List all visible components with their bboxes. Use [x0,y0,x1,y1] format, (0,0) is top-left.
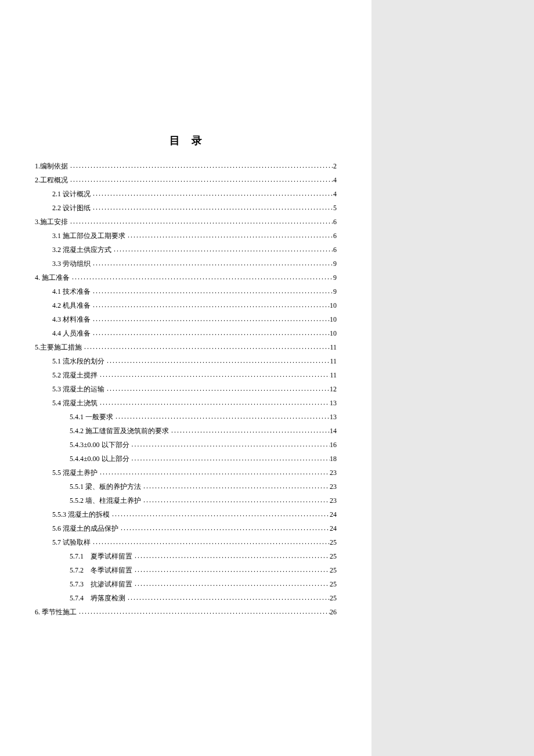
toc-entry-page: 11 [330,340,337,354]
toc-leader-dots [125,228,333,242]
toc-entry-page: 26 [330,605,337,619]
toc-entry-page: 23 [330,494,337,507]
toc-entry-page: 11 [330,368,337,382]
toc-leader-dots [113,409,330,423]
toc-entry-page: 25 [330,549,337,563]
toc-entry: 4. 施工准备 9 [35,271,337,285]
toc-entry-page: 25 [330,577,337,591]
toc-entry-page: 23 [330,480,337,494]
toc-leader-dots [104,354,330,368]
toc-entry-page: 25 [330,563,337,577]
toc-leader-dots [169,423,330,437]
toc-leader-dots [91,186,333,200]
toc-entry: 5.6 混凝土的成品保护 24 [35,521,337,535]
document-page: 目录 1.编制依据 22.工程概况 42.1 设计概况 42.2 设计图纸 53… [0,0,371,756]
toc-leader-dots [98,368,330,381]
toc-entry: 4.2 机具准备 10 [35,298,337,312]
toc-entry: 1.编制依据 2 [35,159,337,173]
toc-leader-dots [91,284,333,298]
toc-entry: 5.5.3 混凝土的拆模 24 [35,507,337,521]
toc-leader-dots [141,479,330,493]
toc-leader-dots [132,563,330,577]
toc-leader-dots [91,312,330,326]
toc-entry-page: 6 [333,229,337,243]
toc-entry-label: 5.4.1 一般要求 [70,410,113,424]
toc-entry-label: 5.6 混凝土的成品保护 [52,521,118,535]
toc-entry: 5.4.4±0.00 以上部分18 [35,452,337,466]
toc-entry-label: 6. 季节性施工 [35,605,77,619]
toc-entry-label: 4.3 材料准备 [52,312,91,326]
toc-entry-label: 5.7 试验取样 [52,535,91,549]
toc-entry-page: 25 [330,591,337,605]
toc-leader-dots [129,451,330,465]
toc-entry-label: 5.4.3±0.00 以下部分 [70,438,129,452]
toc-entry-label: 3.2 混凝土供应方式 [52,243,111,257]
toc-entry-label: 5.4.4±0.00 以上部分 [70,452,129,466]
toc-entry-page: 6 [333,243,337,257]
toc-leader-dots [132,577,330,591]
toc-entry-page: 24 [330,507,337,521]
toc-entry: 5.4.3±0.00 以下部分16 [35,438,337,452]
toc-entry: 5.7.2 冬季试样留置 25 [35,563,337,577]
toc-entry: 5.3 混凝土的运输 12 [35,382,337,396]
toc-leader-dots [132,549,330,563]
toc-entry-label: 5.4.2 施工缝留置及浇筑前的要求 [70,424,169,438]
toc-leader-dots [77,604,330,618]
toc-entry-label: 5.5.1 梁、板的养护方法 [70,480,141,494]
toc-title: 目录 [35,134,337,147]
toc-entry: 2.工程概况 4 [35,173,337,187]
toc-entry-label: 4.4 人员准备 [52,326,91,340]
toc-entry: 3.施工安排 6 [35,215,337,229]
toc-leader-dots [82,340,330,354]
toc-entry-label: 3.3 劳动组织 [52,257,91,271]
toc-leader-dots [68,172,333,186]
toc-leader-dots [68,159,333,172]
toc-entry-label: 2.工程概况 [35,173,68,187]
toc-entry-label: 5.5.2 墙、柱混凝土养护 [70,494,141,507]
toc-entry-label: 2.1 设计概况 [52,187,91,201]
toc-leader-dots [125,591,330,604]
toc-entry-page: 25 [330,535,337,549]
toc-entry-label: 4. 施工准备 [35,271,70,285]
toc-container: 1.编制依据 22.工程概况 42.1 设计概况 42.2 设计图纸 53.施工… [35,159,337,619]
toc-leader-dots [70,270,333,284]
toc-leader-dots [91,535,330,549]
toc-entry: 5.7.3 抗渗试样留置 25 [35,577,337,591]
toc-entry-page: 5 [333,201,337,215]
toc-entry: 3.3 劳动组织 9 [35,257,337,271]
toc-entry: 5.5.1 梁、板的养护方法23 [35,480,337,494]
toc-entry-page: 13 [330,396,337,410]
toc-entry-page: 9 [333,271,337,285]
toc-leader-dots [98,465,330,479]
toc-entry-page: 9 [333,257,337,271]
toc-entry-page: 10 [330,298,337,312]
toc-entry: 4.1 技术准备 9 [35,285,337,298]
toc-entry-label: 5.5.3 混凝土的拆模 [52,507,110,521]
toc-leader-dots [111,242,333,256]
toc-entry: 5.2 混凝土搅拌 11 [35,368,337,382]
toc-entry-page: 14 [330,424,337,438]
toc-entry-label: 5.2 混凝土搅拌 [52,368,98,382]
toc-leader-dots [91,200,333,214]
toc-entry: 5.主要施工措施 11 [35,340,337,354]
toc-entry: 4.3 材料准备 10 [35,312,337,326]
toc-entry-label: 5.7.2 冬季试样留置 [70,563,132,577]
toc-entry: 5.7.1 夏季试样留置 25 [35,549,337,563]
toc-entry-page: 4 [333,187,337,201]
toc-entry-label: 5.4 混凝土浇筑 [52,396,98,410]
toc-leader-dots [129,437,330,451]
toc-entry-page: 16 [330,438,337,452]
toc-entry-label: 5.5 混凝土养护 [52,466,98,480]
background-sidebar [371,0,534,756]
toc-entry-label: 5.7.1 夏季试样留置 [70,549,132,563]
toc-entry-page: 9 [333,285,337,298]
toc-entry-page: 2 [333,159,337,173]
toc-entry: 5.4 混凝土浇筑 13 [35,396,337,410]
toc-entry: 5.5.2 墙、柱混凝土养护23 [35,494,337,507]
toc-leader-dots [91,326,330,340]
toc-leader-dots [91,298,330,312]
toc-entry-page: 12 [330,382,337,396]
toc-entry-label: 5.7.3 抗渗试样留置 [70,577,132,591]
toc-entry-page: 10 [330,326,337,340]
toc-entry-page: 11 [330,354,337,368]
